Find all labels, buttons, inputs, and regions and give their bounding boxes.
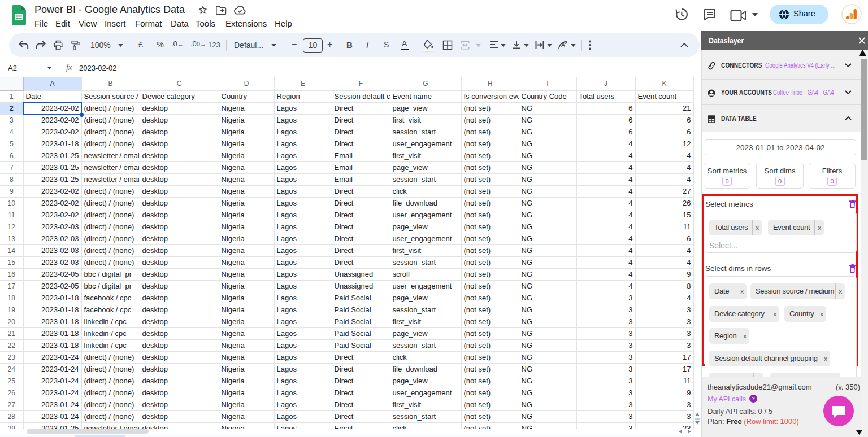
svg-text:A: A	[561, 42, 565, 48]
